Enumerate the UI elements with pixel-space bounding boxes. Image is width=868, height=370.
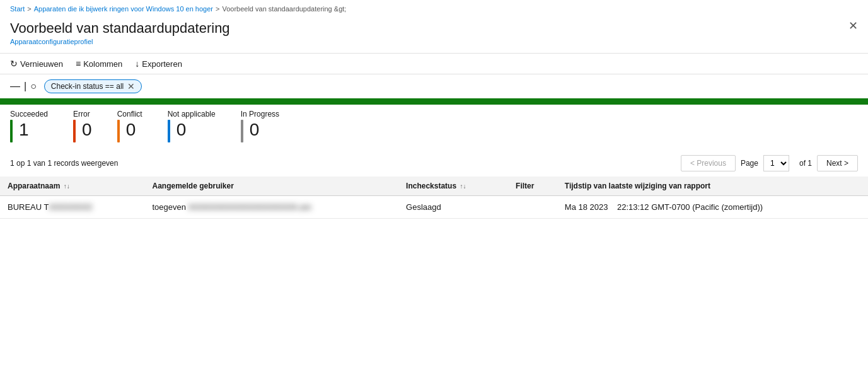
page-subtitle[interactable]: Apparaatconfiguratieprofiel — [10, 38, 858, 45]
stat-error-label: Error — [73, 110, 90, 119]
stat-in-progress-value: 0 — [246, 120, 260, 142]
filter-icons: — | ○ — [10, 81, 37, 92]
columns-button[interactable]: ≡ Kolommen — [76, 59, 122, 69]
export-label: Exporteren — [142, 59, 182, 69]
cell-device: BUREAU TXXXXXXX3 — [0, 196, 144, 219]
refresh-label: Vernieuwen — [20, 59, 63, 69]
stat-not-applicable: Not applicable 0 — [168, 110, 216, 142]
columns-icon: ≡ — [76, 59, 81, 69]
pagination-controls: < Previous Page 1 of 1 Next > — [681, 155, 858, 171]
user-blurred: XXXXXXXXXXXXXXXXXXXX.om — [188, 202, 311, 212]
col-user: Aangemelde gebruiker — [144, 176, 398, 196]
stat-error-value: 0 — [78, 120, 92, 142]
user-prefix: toegeven — [152, 202, 188, 212]
export-button[interactable]: ↓ Exporteren — [135, 59, 182, 69]
filter-badge[interactable]: Check-in status == all ✕ — [44, 79, 142, 93]
export-icon: ↓ — [135, 59, 139, 69]
of-label: of 1 — [799, 159, 812, 168]
stat-not-applicable-value: 0 — [173, 120, 187, 142]
stat-in-progress: In Progress 0 — [241, 110, 279, 142]
stat-succeeded-label: Succeeded — [10, 110, 48, 119]
breadcrumb-gt1: > — [27, 5, 31, 13]
table-row: BUREAU TXXXXXXX3 toegeven XXXXXXXXXXXXXX… — [0, 196, 868, 219]
breadcrumb-start[interactable]: Start — [10, 5, 25, 13]
previous-button[interactable]: < Previous — [681, 155, 736, 171]
sort-status-icon[interactable]: ↑↓ — [460, 183, 466, 190]
page-label: Page — [741, 159, 758, 168]
page-header: Voorbeeld van standaardupdatering Appara… — [0, 15, 868, 54]
stat-conflict: Conflict 0 — [117, 110, 142, 142]
data-table: Apparaatnaam ↑↓ Aangemelde gebruiker Inc… — [0, 176, 868, 219]
device-name-prefix: BUREAU T — [8, 202, 49, 212]
stat-not-applicable-label: Not applicable — [168, 110, 216, 119]
filter-pipe-icon: | — [24, 81, 26, 92]
page-select[interactable]: 1 — [763, 155, 789, 171]
sort-device-icon[interactable]: ↑↓ — [64, 183, 70, 190]
stat-error: Error 0 — [73, 110, 92, 142]
cell-user: toegeven XXXXXXXXXXXXXXXXXXXX.om — [144, 196, 398, 219]
col-time: Tijdstip van laatste wijziging van rappo… — [557, 176, 868, 196]
cell-date: Ma 18 2023 — [565, 202, 608, 212]
filter-area: — | ○ Check-in status == all ✕ — [0, 74, 868, 98]
col-status: Incheckstatus ↑↓ — [398, 176, 508, 196]
stats-row: Succeeded 1 Error 0 Conflict 0 Not appli… — [0, 105, 868, 153]
breadcrumb-current: Voorbeeld van standaardupdatering &gt; — [222, 5, 346, 13]
cell-status: Geslaagd — [398, 196, 508, 219]
filter-badge-label: Check-in status == all — [51, 82, 124, 91]
refresh-icon: ↻ — [10, 59, 18, 69]
col-device: Apparaatnaam ↑↓ — [0, 176, 144, 196]
filter-minus-icon: — — [10, 81, 20, 92]
cell-time: Ma 18 2023 22:13:12 GMT-0700 (Pacific (z… — [557, 196, 868, 219]
breadcrumb: Start > Apparaten die ik bijwerk ringen … — [0, 0, 868, 15]
stat-conflict-value: 0 — [122, 120, 136, 142]
toolbar: ↻ Vernieuwen ≡ Kolommen ↓ Exporteren — [0, 54, 868, 74]
device-name-blurred: XXXXXXX3 — [49, 202, 92, 212]
records-info: 1 op 1 van 1 records weergeven — [10, 159, 118, 168]
col-filter: Filter — [508, 176, 557, 196]
breadcrumb-gt2: > — [216, 5, 219, 13]
page-title: Voorbeeld van standaardupdatering — [10, 20, 858, 37]
columns-label: Kolommen — [83, 59, 122, 69]
table-header-row: Apparaatnaam ↑↓ Aangemelde gebruiker Inc… — [0, 176, 868, 196]
filter-badge-close[interactable]: ✕ — [127, 81, 135, 91]
stat-conflict-label: Conflict — [117, 110, 142, 119]
stat-in-progress-label: In Progress — [241, 110, 279, 119]
breadcrumb-section[interactable]: Apparaten die ik bijwerk ringen voor Win… — [34, 5, 213, 13]
refresh-button[interactable]: ↻ Vernieuwen — [10, 59, 63, 69]
close-button[interactable]: ✕ — [848, 20, 858, 32]
pagination-row: 1 op 1 van 1 records weergeven < Previou… — [0, 153, 868, 176]
progress-bar — [0, 98, 868, 105]
cell-filter — [508, 196, 557, 219]
stat-succeeded: Succeeded 1 — [10, 110, 48, 142]
filter-circle-icon: ○ — [30, 81, 37, 92]
cell-timestamp: 22:13:12 GMT-0700 (Pacific (zomertijd)) — [617, 202, 763, 212]
next-button[interactable]: Next > — [817, 155, 858, 171]
stat-succeeded-value: 1 — [15, 120, 29, 142]
